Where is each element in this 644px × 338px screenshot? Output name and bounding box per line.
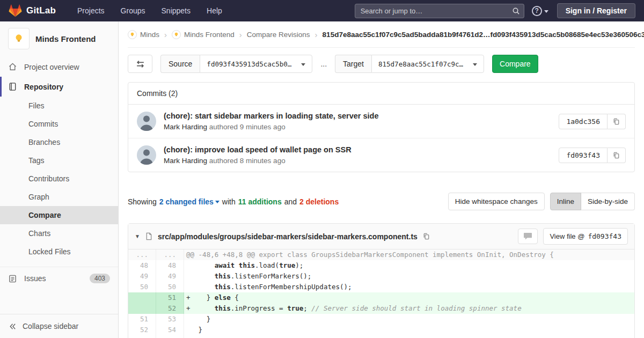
commits-panel: Commits (2) (chore): start sidebar marke… — [128, 82, 635, 172]
commit-sha-button[interactable]: 1a0dc356 — [559, 114, 608, 129]
compare-button[interactable]: Compare — [492, 55, 538, 73]
new-line-number[interactable]: 49 — [156, 271, 184, 282]
gitlab-app: GitLab ProjectsGroupsSnippetsHelp ? Sign… — [0, 0, 644, 338]
changed-files-dropdown[interactable]: 2 changed files — [159, 197, 219, 206]
swap-revisions-button[interactable] — [128, 55, 152, 73]
chevron-down-icon — [215, 201, 219, 205]
sidebar-item-label: Repository — [24, 83, 63, 91]
commit-row: (chore): improve load speed of wallet pa… — [128, 138, 634, 172]
source-branch-dropdown[interactable]: fd093f435913d5cac5b0… — [200, 55, 312, 73]
top-navbar: GitLab ProjectsGroupsSnippetsHelp ? Sign… — [0, 0, 644, 21]
sidebar-item-locked-files[interactable]: Locked Files — [0, 243, 118, 261]
sidebar-item-issues[interactable]: Issues 403 — [0, 267, 118, 290]
collapse-sidebar-button[interactable]: Collapse sidebar — [0, 314, 118, 338]
breadcrumb-label: 815d7e8aac55c1f07c9c5ad5badda81b9f4761d2… — [323, 31, 644, 39]
lightbulb-icon — [172, 30, 181, 39]
view-file-sha: fd093f43 — [588, 232, 621, 240]
sidebar-item-contributors[interactable]: Contributors — [0, 170, 118, 188]
commit-author-link[interactable]: Mark Harding — [164, 123, 207, 131]
old-line-number[interactable]: 52 — [128, 325, 156, 335]
with-label: with — [222, 197, 236, 206]
old-line-number[interactable]: 53 — [128, 335, 156, 338]
old-line-number[interactable]: 48 — [128, 260, 156, 271]
view-file-label: View file @ — [550, 232, 584, 240]
breadcrumb-item[interactable]: Compare Revisions — [247, 31, 310, 39]
target-branch-value: 815d7e8aac55c1f07c9c… — [378, 60, 463, 68]
diff-line-added: 51+ } else { — [128, 292, 634, 303]
nav-menu-item-help[interactable]: Help — [200, 3, 229, 18]
search-input[interactable] — [355, 4, 524, 18]
help-menu[interactable]: ? — [532, 6, 548, 16]
new-line-number[interactable]: 54 — [156, 325, 184, 335]
diff-line-context: 5355 — [128, 335, 634, 338]
breadcrumb-separator: › — [315, 30, 318, 39]
target-branch-dropdown[interactable]: 815d7e8aac55c1f07c9c… — [371, 55, 484, 73]
project-context[interactable]: Minds Frontend — [0, 21, 118, 57]
hide-whitespace-button[interactable]: Hide whitespace changes — [448, 193, 545, 210]
view-file-button[interactable]: View file @ fd093f43 — [543, 228, 628, 245]
commit-title-link[interactable]: (chore): start sidebar markers in loadin… — [164, 112, 551, 120]
sidebar-item-branches[interactable]: Branches — [0, 133, 118, 151]
copy-sha-button[interactable] — [608, 114, 626, 129]
sidebar-item-repository[interactable]: Repository — [0, 77, 118, 97]
old-line-number[interactable]: 51 — [128, 314, 156, 325]
diff-file-header: ▼ src/app/modules/groups/sidebar-markers… — [128, 224, 634, 249]
file-text-icon — [145, 232, 153, 240]
and-label: and — [284, 197, 297, 206]
breadcrumb-separator: › — [239, 30, 242, 39]
sidebar-item-compare[interactable]: Compare — [0, 206, 118, 224]
commit-author-link[interactable]: Mark Harding — [164, 157, 207, 165]
breadcrumb-item[interactable]: Minds Frontend — [172, 30, 235, 39]
copy-path-icon[interactable] — [422, 232, 430, 240]
nav-menu-item-groups[interactable]: Groups — [114, 3, 152, 18]
toggle-comments-button[interactable] — [518, 229, 538, 244]
new-line-number[interactable]: 55 — [156, 335, 184, 338]
diff-line-match: ......@@ -48,6 +48,8 @@ export class Gro… — [128, 249, 634, 260]
target-ref-group: Target 815d7e8aac55c1f07c9c… — [335, 55, 484, 73]
new-line-number[interactable]: ... — [156, 249, 184, 260]
diff-code: this.listenForMembershipUpdates(); — [184, 282, 634, 292]
new-line-number[interactable]: 53 — [156, 314, 184, 325]
new-line-number[interactable]: 50 — [156, 282, 184, 292]
commit-meta: Mark Harding authored 8 minutes ago — [164, 157, 551, 165]
old-line-number[interactable] — [128, 303, 156, 314]
collapse-diff-icon[interactable]: ▼ — [135, 233, 140, 239]
commit-time: authored 9 minutes ago — [209, 123, 286, 131]
copy-sha-button[interactable] — [608, 148, 626, 163]
breadcrumb-item[interactable]: Minds — [128, 30, 159, 39]
sign-in-button[interactable]: Sign in / Register — [557, 3, 635, 18]
nav-menu-item-snippets[interactable]: Snippets — [155, 3, 197, 18]
commit-title-link[interactable]: (chore): improve load speed of wallet pa… — [164, 145, 551, 154]
sidebar-item-label: Project overview — [24, 63, 79, 71]
nav-menu-item-projects[interactable]: Projects — [71, 3, 111, 18]
sidebar-item-graph[interactable]: Graph — [0, 188, 118, 206]
diff-view-toggle: Inline Side-by-side — [550, 193, 635, 210]
side-by-side-view-button[interactable]: Side-by-side — [581, 193, 635, 210]
old-line-number[interactable]: ... — [128, 249, 156, 260]
user-avatar[interactable] — [137, 112, 156, 131]
old-line-number[interactable] — [128, 292, 156, 303]
breadcrumb-label: Minds Frontend — [184, 31, 235, 39]
gitlab-brand[interactable]: GitLab — [9, 4, 56, 18]
commit-sha-group: 1a0dc356 — [559, 114, 626, 129]
old-line-number[interactable]: 49 — [128, 271, 156, 282]
old-line-number[interactable]: 50 — [128, 282, 156, 292]
comment-icon — [523, 232, 532, 240]
sidebar-item-files[interactable]: Files — [0, 97, 118, 115]
sidebar-item-commits[interactable]: Commits — [0, 115, 118, 133]
user-avatar[interactable] — [137, 145, 156, 165]
diff-summary-actions: Hide whitespace changes Inline Side-by-s… — [448, 193, 635, 210]
diff-line-context: 4848 await this.load(true); — [128, 260, 634, 271]
sidebar-item-tags[interactable]: Tags — [0, 151, 118, 170]
commits-panel-header: Commits (2) — [128, 83, 634, 105]
new-line-number[interactable]: 52 — [156, 303, 184, 314]
diff-code — [184, 335, 634, 338]
sidebar-item-project-overview[interactable]: Project overview — [0, 57, 118, 77]
file-path[interactable]: src/app/modules/groups/sidebar-markers/s… — [158, 232, 418, 241]
diff-code: this.listenForMarkers(); — [184, 271, 634, 282]
sidebar-item-charts[interactable]: Charts — [0, 224, 118, 243]
commit-sha-button[interactable]: fd093f43 — [559, 148, 608, 163]
new-line-number[interactable]: 51 — [156, 292, 184, 303]
inline-view-button[interactable]: Inline — [550, 193, 581, 210]
new-line-number[interactable]: 48 — [156, 260, 184, 271]
